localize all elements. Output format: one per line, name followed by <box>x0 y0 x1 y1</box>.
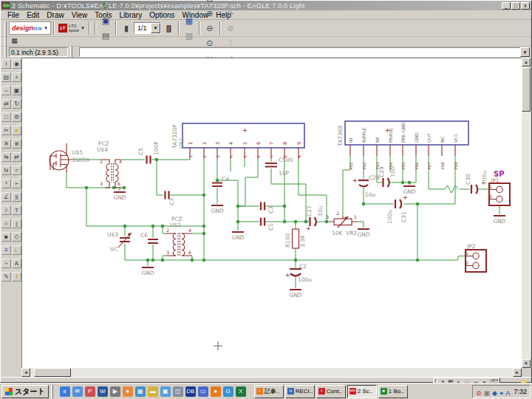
transformer-u2[interactable]: FCZ U$2 2 4 3 6 <box>166 216 192 256</box>
tool-copy-icon[interactable]: ▣ <box>12 86 21 95</box>
tool-mirror-icon[interactable]: ⇄ <box>1 99 11 109</box>
minimize-button[interactable]: _ <box>502 2 511 10</box>
restore-button[interactable]: □ <box>511 2 520 10</box>
tool-name-icon[interactable]: N <box>1 166 11 175</box>
tool-split-icon[interactable]: ∠ <box>1 192 11 202</box>
transformer-u4[interactable]: FCZ U$4 2 4 3 6 <box>97 140 122 188</box>
save-icon[interactable]: ▣ <box>98 13 113 28</box>
connector-jp2[interactable]: JP2 1 2 <box>466 243 486 272</box>
word-icon[interactable]: W <box>98 386 108 397</box>
sheet-selector[interactable]: 1/1 ▼ <box>134 22 161 34</box>
tool-invoke-icon[interactable]: § <box>12 192 21 202</box>
vertical-scrollbar[interactable]: ▲ ▼ <box>522 58 531 377</box>
tray-display-icon[interactable]: ▣ <box>484 389 491 397</box>
grid-icon[interactable]: ▦ <box>9 37 20 46</box>
tool-mark-icon[interactable]: + <box>12 72 21 82</box>
ie-icon[interactable]: e <box>60 386 70 397</box>
tool-polygon-icon[interactable]: ◇ <box>12 232 21 242</box>
menu-view[interactable]: View <box>68 11 92 19</box>
firefox-icon[interactable]: ● <box>211 386 221 397</box>
tool-junction-icon[interactable]: + <box>1 259 11 268</box>
image-icon[interactable]: ▣ <box>160 386 171 397</box>
ltcspice-button[interactable]: LT LTCspice ▼ <box>57 21 86 35</box>
redo-icon[interactable]: ↷ <box>223 6 238 21</box>
capacitor-c3[interactable]: C3 <box>261 202 274 214</box>
menu-draw[interactable]: Draw <box>43 11 67 19</box>
tool-text-icon[interactable]: T <box>12 205 21 215</box>
mediaplayer-icon[interactable]: ▶ <box>110 386 120 397</box>
desktop-icon[interactable]: ▦ <box>135 386 146 397</box>
tool-rect-icon[interactable]: ■ <box>1 232 11 242</box>
zoom-out-icon[interactable]: ⊖ <box>202 21 217 35</box>
command-input[interactable] <box>79 47 520 57</box>
transistor-u5[interactable]: U$5 3SK59 <box>50 143 89 173</box>
network-icon[interactable]: G <box>223 386 233 397</box>
tool-group-icon[interactable]: □ <box>1 112 11 122</box>
scroll-up-icon[interactable]: ▲ <box>522 58 531 66</box>
folder-icon[interactable]: ▬ <box>148 386 158 397</box>
tray-messenger-icon[interactable]: ● <box>499 389 503 397</box>
capacitor-c27[interactable]: C27 33u + <box>306 205 324 232</box>
sheet-icon[interactable]: ▮ <box>119 21 134 35</box>
task-button-1[interactable]: ●記事.. <box>254 385 284 398</box>
tool-paste-icon[interactable]: ● <box>12 126 21 135</box>
tool-info-icon[interactable]: i <box>1 59 11 69</box>
excel-icon[interactable]: X <box>236 386 246 397</box>
toolbar-grip[interactable] <box>4 46 7 59</box>
tool-miter-icon[interactable]: ⌐ <box>12 179 21 188</box>
menu-library[interactable]: Library <box>116 11 146 19</box>
stop-icon[interactable]: ⊘ <box>223 21 238 35</box>
sheets-icon[interactable]: ▥ <box>182 28 197 43</box>
tool-value-icon[interactable]: = <box>12 166 21 175</box>
tool-erc-icon[interactable]: ! <box>12 272 21 282</box>
close-button[interactable]: x <box>521 2 530 10</box>
capacitor-c6[interactable]: C6 <box>140 232 158 243</box>
tool-add-icon[interactable]: ⊕ <box>12 139 21 149</box>
chevron-down-icon[interactable]: ▼ <box>520 47 530 57</box>
zoom-in-icon[interactable]: ⊕ <box>202 6 217 21</box>
capacitor-c1[interactable]: C1 <box>261 218 274 231</box>
title-bar[interactable]: SCH 2 Schematic - D:¥TOOLS¥EAGLE-7.0.0¥p… <box>1 1 531 10</box>
tool-change-icon[interactable]: ⚙ <box>12 112 21 122</box>
tool-circle-icon[interactable]: ○ <box>1 219 11 228</box>
capacitor-c28[interactable]: + C28 10u <box>352 174 380 198</box>
capacitor-c29[interactable]: C29 10u <box>378 166 396 187</box>
scroll-right-icon[interactable]: ► <box>513 368 522 377</box>
capacitor-c30[interactable]: + C30 100u <box>465 171 488 194</box>
toolbar-grip[interactable] <box>4 21 7 35</box>
task-button-2[interactable]: ◎RECI.. <box>285 385 315 398</box>
layer-settings-icon[interactable]: ||| <box>161 21 176 35</box>
mail-icon[interactable]: ✉ <box>72 386 83 397</box>
tool-cut-icon[interactable]: ✂ <box>1 126 11 135</box>
resistor-r100[interactable]: R100 3.3K <box>284 229 306 248</box>
task-button-4[interactable]: SCH2 Sc.. <box>347 385 377 398</box>
schematic-drawing[interactable]: U$5 3SK59 FCZ U$4 2 4 3 6 GND C5 100P C7… <box>22 58 522 369</box>
varcap-u3[interactable]: U$3 VC <box>107 231 132 253</box>
task-button-5[interactable]: ▦1 Bo.. <box>378 385 408 398</box>
capacitor-c2[interactable]: + C2 100u <box>285 263 312 283</box>
tool-smash-icon[interactable]: * <box>1 179 11 188</box>
paint-icon[interactable]: P <box>85 386 95 397</box>
menu-edit[interactable]: Edit <box>23 11 43 19</box>
toolbar-grip[interactable] <box>70 46 72 59</box>
vscroll-thumb[interactable] <box>522 67 531 112</box>
use-library-icon[interactable]: ↻ <box>98 0 113 13</box>
capacitor-c4[interactable]: C4 <box>212 176 229 186</box>
tool-display-icon[interactable]: ▤ <box>1 72 11 82</box>
computer-icon[interactable]: ◫ <box>173 386 183 397</box>
tool-move-icon[interactable]: ⇔ <box>1 86 11 95</box>
horizontal-scrollbar[interactable]: ◄ ► <box>21 368 522 377</box>
undo-icon[interactable]: ↶ <box>223 0 238 6</box>
board-icon[interactable]: ▦ <box>182 13 197 28</box>
menu-options[interactable]: Options <box>146 11 178 19</box>
taskbar-grip[interactable] <box>51 385 53 398</box>
capacitor-c7[interactable]: C7 <box>166 191 176 206</box>
tool-net-icon[interactable]: ∟ <box>12 245 21 255</box>
chevron-down-icon[interactable]: ▼ <box>151 23 160 33</box>
scroll-left-icon[interactable]: ◄ <box>21 368 30 377</box>
menu-file[interactable]: File <box>4 11 23 19</box>
player-icon[interactable]: ● <box>123 386 133 397</box>
tool-arc-icon[interactable]: ( <box>12 219 21 228</box>
tool-rotate-icon[interactable]: ↻ <box>12 99 21 109</box>
tool-pinswap-icon[interactable]: ⇆ <box>1 152 11 162</box>
